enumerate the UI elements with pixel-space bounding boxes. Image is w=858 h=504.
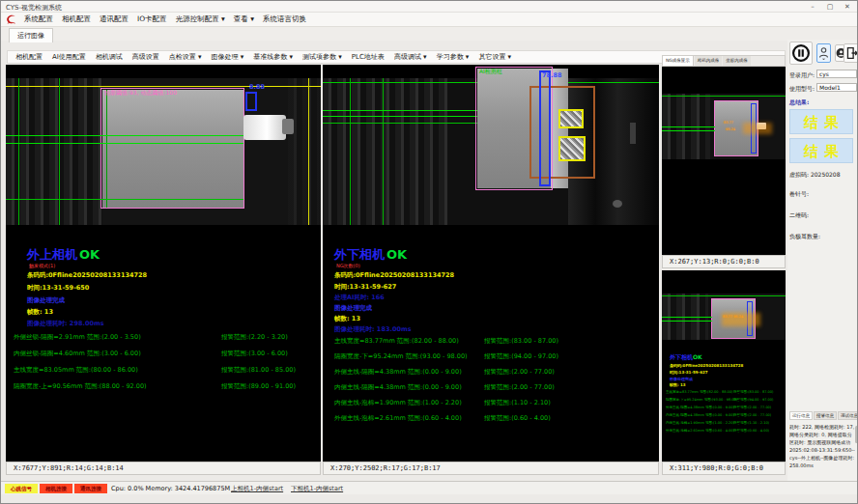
app-logo-icon: [5, 14, 18, 25]
camera-panel-mid[interactable]: AI检测框 78.88 外下相机OK NG次数(0) 条码码:0Ffline20…: [323, 65, 659, 475]
menu-item[interactable]: 系统语言切换: [263, 14, 306, 24]
mini-measure-overlay: 95.24: [726, 127, 735, 131]
mini1-image-canvas[interactable]: 83.77 95.24: [662, 67, 786, 255]
camera-panel-left[interactable]: 8.88 轮廓阈值:93, 动态阈值:100 外上相机OK 触发模式(1) 条码…: [6, 65, 321, 475]
machine-texture: [323, 78, 448, 225]
toolbar-item[interactable]: 其它设置 ▾: [478, 52, 511, 62]
process-state-label: 图像处理完成: [334, 304, 372, 313]
logout-button[interactable]: [844, 43, 858, 63]
comm-link-badge: 通讯连接: [74, 484, 107, 493]
alarm-range: 报警范围:(2.00 - 77.00): [484, 383, 555, 392]
mini-measure-overlay: 83.77 95.24: [723, 315, 743, 319]
minimize-icon[interactable]: –: [805, 2, 820, 12]
measurement-row: 外侧主线-泡棉=2.61mm 范围:(0.60 - 4.00) 报警范围:(0.…: [662, 429, 786, 436]
model-field[interactable]: Model1: [816, 83, 857, 92]
mini-camera-name: 外下相机OK: [670, 353, 702, 362]
measurement-value: 内侧主线-隔圈=4.38mm 范围:(0.00 - 9.00): [334, 383, 462, 392]
needle-label: 卷针号:: [789, 190, 809, 199]
toolbar-item[interactable]: 基准线参数 ▾: [253, 52, 293, 62]
model-label: 使用型号:: [789, 85, 815, 94]
measurement-value: 隔圈宽度-上=90.56mm 范围:(88.00 - 92.00): [14, 382, 147, 391]
pause-button[interactable]: [789, 42, 813, 65]
mini-panel-ng: NG成像显示相机内成像坐标内成像 83.77 95.24 X:267;Y:13;…: [662, 55, 786, 268]
app-window: CYS-视觉检测系统 – ▢ ✕ 系统配置相机配置通讯配置IO卡配置光源控制配置…: [0, 0, 858, 504]
mini-measure-overlay: 83.77: [724, 121, 733, 125]
time-label: 时间:13-31-59-650: [27, 284, 89, 293]
window-title: CYS-视觉检测系统: [6, 3, 62, 13]
trigger-mode-label: 触发模式(1): [29, 263, 55, 268]
toolbar-item[interactable]: 相机配置: [15, 52, 43, 62]
toolbar-item[interactable]: 点检设置 ▾: [169, 52, 202, 62]
mid-image-canvas[interactable]: AI检测框 78.88 外下相机OK NG次数(0) 条码码:0Ffline20…: [323, 65, 659, 462]
measurement-value: 内侧主线-泡棉=1.90mm 范围:(1.00 - 2.20): [666, 421, 734, 425]
log-output[interactable]: 耗时: 222, 网络检测耗时: 17, 网络分类耗时: 0, 网络提取分区耗时…: [789, 423, 855, 483]
result-badge: 结果: [789, 109, 853, 134]
measurement-value: 内侧丝锁-隔圈=4.60mm 范围:(3.00 - 6.00): [14, 350, 141, 358]
alarm-range: 报警范围:(89.00 - 91.00): [221, 382, 296, 391]
menu-item[interactable]: 系统配置: [24, 14, 53, 24]
toolbar-item[interactable]: 高级设置: [132, 52, 159, 62]
tab-run-image[interactable]: 运行图像: [9, 28, 53, 42]
measurement-list: 主线宽度=83.77mm 范围:(82.00 - 88.00) 报警范围:(83…: [323, 337, 659, 430]
yellow-guide-line: [6, 86, 321, 87]
left-image-canvas[interactable]: 8.88 轮廓阈值:93, 动态阈值:100 外上相机OK 触发模式(1) 条码…: [6, 65, 321, 462]
toolbar-item[interactable]: 图像处理 ▾: [212, 52, 244, 62]
virtual-code-value: 20250208: [811, 171, 841, 178]
mini2-image-canvas[interactable]: 83.77 95.24 外下相机OK 条码码:0Ffline2025020813…: [662, 270, 786, 462]
green-measure-line: [6, 199, 243, 200]
mini-tab[interactable]: 相机内成像: [695, 56, 723, 66]
toolbar-item[interactable]: 高级调试 ▾: [394, 52, 427, 62]
tab-count-label: 负极耳数量:: [789, 233, 820, 241]
measurement-row: 主线宽度=83.77mm 范围:(82.00 - 88.00) 报警范围:(83…: [662, 390, 786, 398]
menu-item[interactable]: 光源控制配置 ▾: [176, 14, 225, 24]
menu-item[interactable]: IO卡配置: [137, 14, 167, 24]
mini-barcode: 条码码:0Ffline20250208133134728: [670, 363, 743, 368]
toolbar-item[interactable]: 学习参数 ▾: [437, 52, 470, 62]
log-tab[interactable]: 调试信息: [838, 411, 858, 420]
overlay-glow: [743, 123, 772, 134]
alarm-range: 报警范围:(3.00 - 6.00): [221, 350, 288, 358]
alarm-range: 报警范围:(94.00 - 97.00): [484, 352, 558, 361]
connector-tip: [282, 119, 294, 134]
tab-feature-box: [558, 136, 586, 161]
maximize-icon[interactable]: ▢: [822, 2, 838, 12]
mini-tab[interactable]: 坐标内成像: [723, 56, 751, 66]
measurement-value: 主线宽度=83.05mm 范围:(80.00 - 86.00): [14, 366, 138, 375]
green-measure-line: [662, 130, 715, 131]
menu-item[interactable]: 查看 ▾: [234, 14, 254, 24]
frame-count-label: 帧数: 13: [334, 315, 360, 323]
tab-strip: 运行图像: [1, 27, 857, 41]
toolbar-item[interactable]: AI使用配置: [52, 52, 86, 62]
user-switch-button[interactable]: [816, 43, 831, 63]
measurement-value: 外侧主线-泡棉=2.61mm 范围:(0.60 - 4.00): [666, 429, 734, 433]
toolbar-item[interactable]: 测试项参数 ▾: [302, 52, 342, 62]
login-user-field[interactable]: cys: [816, 70, 857, 78]
measurement-row: 内侧主线-泡棉=1.90mm 范围:(1.00 - 2.20) 报警范围:(1.…: [662, 421, 786, 429]
alarm-range: 报警范围:(2.00 - 77.00): [733, 406, 771, 409]
toolbar-item[interactable]: PLC地址表: [352, 52, 385, 62]
mini-tab[interactable]: NG成像显示: [663, 56, 694, 66]
menu-item[interactable]: 通讯配置: [100, 14, 129, 24]
log-tab[interactable]: 运行信息: [789, 411, 813, 420]
green-guide-line: [59, 78, 60, 225]
toolbar-item[interactable]: 相机调试: [96, 52, 123, 62]
time-label: 时间:13-31-59-627: [334, 283, 396, 292]
green-guide-line: [662, 96, 786, 97]
measurement-row: 隔圈宽度-上=90.56mm 范围:(88.00 - 92.00) 报警范围:(…: [6, 382, 321, 399]
alarm-range: 报警范围:(83.00 - 87.00): [484, 337, 558, 346]
camera-name-label: 外上相机OK: [27, 246, 100, 264]
ai-box-label: AI检测框: [479, 68, 502, 76]
measurement-value: 外侧主线-隔圈=4.38mm 范围:(0.00 - 9.00): [334, 368, 462, 377]
menu-item[interactable]: 相机配置: [62, 14, 91, 24]
green-guide-line: [18, 78, 19, 225]
lower-camera-status: 下相机1-内侧start: [291, 485, 343, 493]
camera-link-badge: 相机连接: [40, 484, 72, 493]
ng-count-label: NG次数(0): [336, 263, 360, 268]
close-icon[interactable]: ✕: [840, 2, 855, 12]
user-switch-icon: [818, 46, 829, 60]
blue-roi-box: [539, 70, 551, 186]
green-guide-line: [383, 78, 384, 225]
measurement-row: 内侧主线-泡棉=1.90mm 范围:(1.00 - 2.20) 报警范围:(1.…: [323, 399, 659, 414]
menu-bar: 系统配置相机配置通讯配置IO卡配置光源控制配置 ▾查看 ▾系统语言切换: [1, 13, 857, 27]
log-tab[interactable]: 报警信息: [814, 411, 837, 420]
